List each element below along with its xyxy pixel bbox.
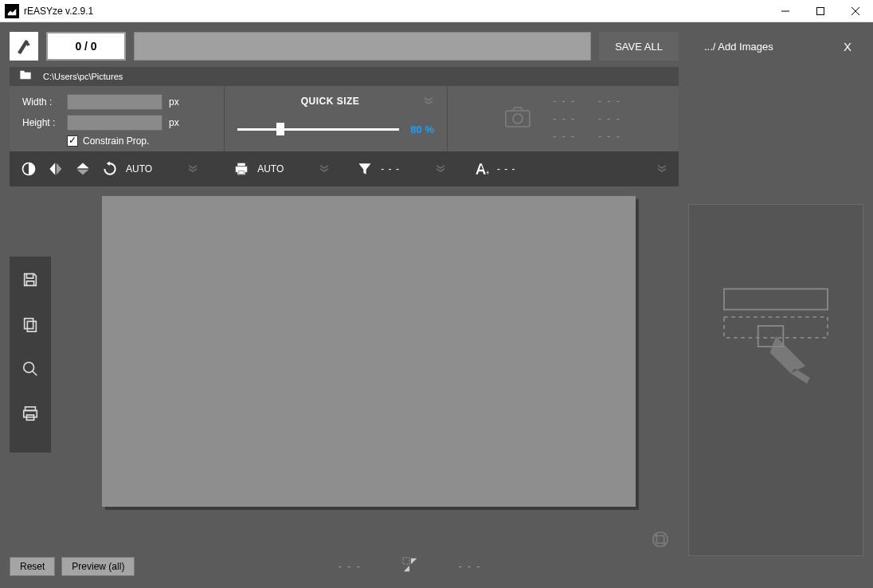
quicksize-panel: QUICK SIZE 80 % — [225, 86, 448, 151]
bottom-dash-left: - - - — [339, 561, 362, 572]
app-icon — [5, 4, 19, 18]
window-minimize-button[interactable] — [768, 0, 803, 22]
info-dash-2: - - - — [553, 113, 576, 124]
window-close-button[interactable] — [838, 0, 873, 22]
height-unit: px — [169, 117, 179, 128]
constrain-label: Constrain Prop. — [83, 135, 149, 147]
filter-chevron-icon[interactable] — [435, 162, 446, 176]
path-bar[interactable]: C:\Users\pc\Pictures — [10, 67, 679, 86]
print-icon[interactable] — [233, 161, 249, 177]
rotate-icon[interactable] — [102, 161, 118, 177]
rotate-auto-label: AUTO — [126, 163, 152, 174]
left-toolbar — [10, 257, 51, 453]
image-list-panel[interactable] — [688, 204, 863, 556]
image-counter: 0 / 0 — [46, 32, 126, 61]
preview-all-button[interactable]: Preview (all) — [61, 557, 135, 576]
flip-horizontal-icon[interactable] — [48, 161, 64, 177]
quicksize-chevron-icon[interactable] — [423, 94, 434, 108]
info-dash-1: - - - — [553, 96, 576, 107]
copy-icon[interactable] — [22, 316, 39, 336]
height-input[interactable] — [67, 115, 162, 131]
info-panel: - - - - - - - - - - - - - - - - - - — [448, 86, 679, 151]
canvas-area — [59, 193, 679, 548]
dimension-panel: Width : px Height : px Constrain Prop. — [10, 86, 225, 151]
svg-rect-10 — [24, 410, 37, 417]
width-input[interactable] — [67, 94, 162, 110]
contrast-icon[interactable] — [21, 161, 37, 177]
info-dash-4: - - - — [598, 96, 621, 107]
save-icon[interactable] — [22, 271, 39, 292]
save-all-button[interactable]: SAVE ALL — [599, 32, 679, 61]
window-title: rEASYze v.2.9.1 — [24, 6, 93, 17]
svg-rect-0 — [817, 7, 824, 14]
svg-rect-2 — [506, 111, 530, 127]
app-logo-button[interactable] — [10, 32, 38, 61]
rotate-chevron-icon[interactable] — [187, 162, 198, 176]
text-icon[interactable]: + — [473, 161, 489, 177]
reset-button[interactable]: Reset — [10, 557, 55, 576]
crop-icon[interactable] — [652, 531, 669, 551]
add-images-button[interactable]: .../ Add Images — [704, 41, 773, 53]
svg-rect-15 — [724, 317, 828, 338]
quicksize-slider[interactable] — [237, 121, 399, 137]
info-dash-3: - - - — [553, 131, 576, 142]
clear-images-button[interactable]: X — [838, 40, 857, 53]
width-unit: px — [169, 96, 179, 108]
svg-point-3 — [513, 114, 523, 123]
text-dash: - - - — [497, 163, 516, 174]
svg-rect-13 — [403, 558, 409, 564]
text-chevron-icon[interactable] — [656, 162, 667, 176]
dropzone-icon — [716, 284, 836, 391]
window-maximize-button[interactable] — [803, 0, 838, 22]
quicksize-title: QUICK SIZE — [301, 96, 360, 107]
height-label: Height : — [22, 117, 61, 128]
camera-icon — [505, 107, 530, 131]
path-text: C:\Users\pc\Pictures — [43, 72, 123, 81]
bottom-bar: Reset Preview (all) - - - - - - — [10, 555, 679, 578]
toolbar: AUTO AUTO - - - + - - - — [10, 151, 679, 186]
svg-text:+: + — [486, 169, 489, 177]
svg-rect-7 — [27, 321, 36, 331]
svg-rect-6 — [25, 319, 33, 329]
preview-canvas — [102, 196, 636, 507]
printer-icon[interactable] — [22, 405, 39, 425]
svg-point-12 — [653, 532, 667, 547]
zoom-icon[interactable] — [22, 360, 39, 381]
filename-field — [134, 32, 591, 61]
width-label: Width : — [22, 96, 61, 108]
svg-rect-14 — [724, 289, 828, 310]
constrain-checkbox[interactable] — [67, 135, 78, 147]
folder-icon — [19, 69, 32, 84]
bottom-dash-right: - - - — [459, 561, 482, 572]
window-titlebar: rEASYze v.2.9.1 — [0, 0, 873, 22]
info-dash-6: - - - — [598, 131, 621, 142]
quicksize-value: 80 % — [410, 123, 434, 135]
filter-dash: - - - — [381, 163, 400, 174]
info-dash-5: - - - — [598, 113, 621, 124]
flip-vertical-icon[interactable] — [75, 161, 91, 177]
print-auto-label: AUTO — [257, 163, 284, 174]
resize-icon[interactable] — [401, 556, 419, 577]
svg-point-8 — [24, 363, 34, 373]
filter-icon[interactable] — [357, 161, 373, 177]
print-chevron-icon[interactable] — [319, 162, 330, 176]
